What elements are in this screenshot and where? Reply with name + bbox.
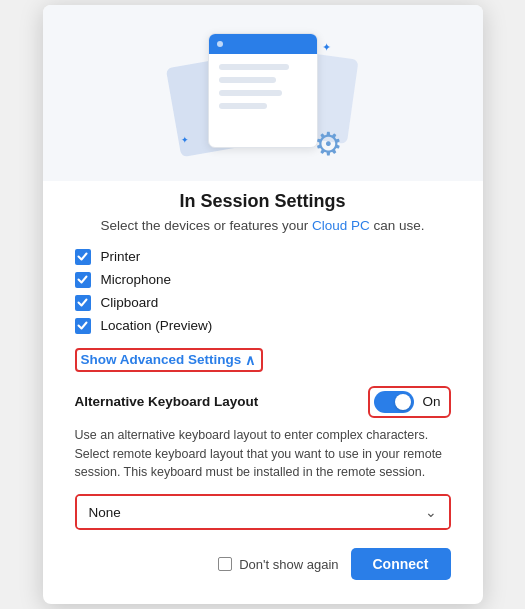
dropdown-selected-value: None (89, 505, 121, 520)
show-advanced-label: Show Advanced Settings (81, 352, 242, 367)
checkbox-microphone: Microphone (75, 272, 451, 288)
dialog-content: In Session Settings Select the devices o… (43, 181, 483, 530)
illustration: ⚙ ✦ ✦ (43, 5, 483, 181)
toggle-container: On (368, 386, 450, 418)
illus-dot-1 (217, 41, 223, 47)
keyboard-layout-dropdown[interactable]: None ⌄ (77, 496, 449, 528)
dont-show-checkbox[interactable] (218, 557, 232, 571)
advanced-row: Alternative Keyboard Layout On (75, 386, 451, 418)
chevron-down-icon: ⌄ (425, 504, 437, 520)
illus-line-4 (219, 103, 267, 109)
in-session-settings-dialog: ⚙ ✦ ✦ In Session Settings Select the dev… (43, 5, 483, 604)
toggle-thumb (395, 394, 411, 410)
illus-window (208, 33, 318, 148)
checkbox-printer-box[interactable] (75, 249, 91, 265)
show-advanced-toggle[interactable]: Show Advanced Settings ∧ (75, 348, 264, 372)
cloud-pc-link[interactable]: Cloud PC (312, 218, 370, 233)
checkbox-location-label: Location (Preview) (101, 318, 213, 333)
chevron-up-icon: ∧ (245, 352, 255, 368)
check-icon (77, 297, 88, 308)
check-icon (77, 320, 88, 331)
checkbox-clipboard-label: Clipboard (101, 295, 159, 310)
checkbox-clipboard-box[interactable] (75, 295, 91, 311)
dialog-subtitle: Select the devices or features your Clou… (75, 218, 451, 233)
checkbox-printer: Printer (75, 249, 451, 265)
advanced-section: Alternative Keyboard Layout On Use an al… (75, 386, 451, 530)
dialog-title: In Session Settings (75, 191, 451, 212)
dont-show-label: Don't show again (239, 557, 338, 572)
dont-show-again: Don't show again (218, 557, 338, 572)
illus-window-body (209, 54, 317, 109)
keyboard-toggle[interactable] (374, 391, 414, 413)
dialog-footer: Don't show again Connect (43, 548, 483, 580)
checkbox-microphone-box[interactable] (75, 272, 91, 288)
advanced-description: Use an alternative keyboard layout to en… (75, 426, 451, 482)
checkbox-clipboard: Clipboard (75, 295, 451, 311)
subtitle-text: Select the devices or features your (100, 218, 312, 233)
checkbox-printer-label: Printer (101, 249, 141, 264)
illus-window-bar (209, 34, 317, 54)
sparkle-icon-1: ✦ (322, 41, 331, 54)
check-icon (77, 274, 88, 285)
illus-line-1 (219, 64, 289, 70)
check-icon (77, 251, 88, 262)
keyboard-layout-dropdown-container: None ⌄ (75, 494, 451, 530)
toggle-state-label: On (422, 394, 440, 409)
illus-line-3 (219, 90, 282, 96)
sparkle-icon-2: ✦ (181, 135, 189, 145)
advanced-keyboard-label: Alternative Keyboard Layout (75, 394, 259, 409)
checkbox-microphone-label: Microphone (101, 272, 172, 287)
checkbox-location: Location (Preview) (75, 318, 451, 334)
gear-icon: ⚙ (314, 125, 343, 163)
subtitle-end: can use. (370, 218, 425, 233)
connect-button[interactable]: Connect (351, 548, 451, 580)
device-checkbox-list: Printer Microphone Clipboard (75, 249, 451, 334)
checkbox-location-box[interactable] (75, 318, 91, 334)
illus-inner: ⚙ ✦ ✦ (173, 33, 353, 163)
illus-line-2 (219, 77, 276, 83)
